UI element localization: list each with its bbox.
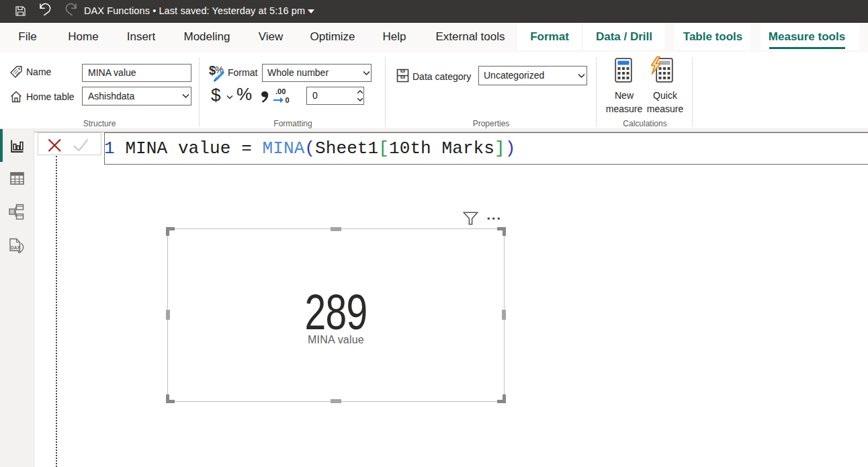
svg-text:DAX: DAX xyxy=(11,245,20,250)
svg-text:.00: .00 xyxy=(275,87,286,95)
svg-text:0: 0 xyxy=(286,96,290,104)
